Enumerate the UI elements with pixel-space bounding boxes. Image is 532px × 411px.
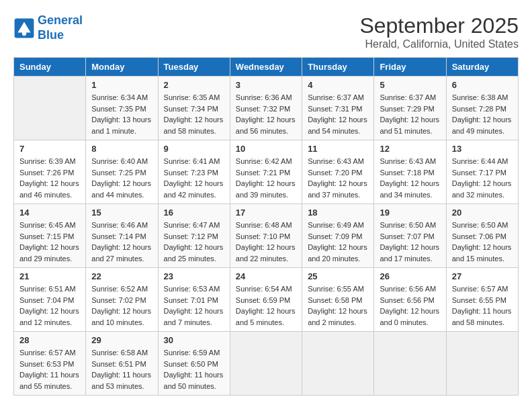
- day-info-line: Sunrise: 6:50 AM: [380, 221, 436, 229]
- calendar-cell: 2Sunrise: 6:35 AMSunset: 7:34 PMDaylight…: [158, 77, 230, 140]
- day-info-line: Sunrise: 6:36 AM: [236, 93, 292, 101]
- calendar-cell: 26Sunrise: 6:56 AMSunset: 6:56 PMDayligh…: [374, 268, 446, 332]
- day-number: 10: [236, 144, 296, 154]
- day-info-line: Daylight: 12 hours: [164, 179, 224, 187]
- day-info-line: Sunset: 7:23 PM: [164, 169, 218, 177]
- day-info-line: Sunset: 7:06 PM: [452, 232, 506, 240]
- day-info-line: Sunrise: 6:39 AM: [19, 157, 76, 165]
- calendar-cell: 10Sunrise: 6:42 AMSunset: 7:21 PMDayligh…: [230, 140, 302, 204]
- day-info-line: Sunrise: 6:58 AM: [91, 349, 148, 357]
- day-info-line: and 37 minutes.: [308, 191, 360, 199]
- day-info-line: Sunrise: 6:46 AM: [91, 221, 148, 229]
- day-info-line: Sunrise: 6:43 AM: [308, 157, 364, 165]
- week-row-3: 14Sunrise: 6:45 AMSunset: 7:15 PMDayligh…: [14, 204, 519, 268]
- day-info-line: Daylight: 12 hours: [236, 307, 296, 315]
- week-row-1: 1Sunrise: 6:34 AMSunset: 7:35 PMDaylight…: [14, 77, 519, 140]
- day-info-line: Sunrise: 6:54 AM: [236, 285, 292, 293]
- day-header-monday: Monday: [86, 58, 158, 77]
- day-number: 20: [452, 208, 513, 218]
- calendar-cell: 14Sunrise: 6:45 AMSunset: 7:15 PMDayligh…: [14, 204, 86, 268]
- day-info: Sunrise: 6:55 AMSunset: 6:58 PMDaylight:…: [308, 283, 368, 328]
- day-info: Sunrise: 6:47 AMSunset: 7:12 PMDaylight:…: [164, 220, 224, 264]
- day-info-line: Sunrise: 6:37 AM: [380, 93, 436, 101]
- day-info: Sunrise: 6:35 AMSunset: 7:34 PMDaylight:…: [164, 92, 224, 136]
- day-number: 21: [19, 271, 80, 281]
- day-info-line: Sunset: 6:59 PM: [236, 296, 290, 304]
- calendar-cell: [446, 332, 518, 396]
- day-info: Sunrise: 6:46 AMSunset: 7:14 PMDaylight:…: [91, 220, 152, 264]
- day-number: 2: [164, 80, 224, 90]
- day-number: 11: [308, 144, 368, 154]
- day-info-line: Sunset: 7:02 PM: [91, 296, 146, 304]
- day-info-line: and 2 minutes.: [308, 318, 356, 326]
- day-info-line: Daylight: 12 hours: [164, 116, 224, 124]
- day-info-line: Sunset: 7:07 PM: [380, 232, 434, 240]
- day-info-line: Sunrise: 6:41 AM: [164, 157, 220, 165]
- day-info-line: Sunset: 7:21 PM: [236, 169, 290, 177]
- day-info: Sunrise: 6:39 AMSunset: 7:26 PMDaylight:…: [19, 156, 80, 200]
- day-info: Sunrise: 6:44 AMSunset: 7:17 PMDaylight:…: [452, 156, 513, 200]
- calendar-cell: 15Sunrise: 6:46 AMSunset: 7:14 PMDayligh…: [86, 204, 158, 268]
- day-number: 29: [91, 335, 152, 345]
- day-info-line: Daylight: 12 hours: [19, 307, 79, 315]
- day-info: Sunrise: 6:37 AMSunset: 7:29 PMDaylight:…: [380, 92, 440, 136]
- day-info-line: Daylight: 12 hours: [380, 243, 439, 251]
- day-info-line: Sunrise: 6:44 AM: [452, 157, 508, 165]
- day-info-line: Daylight: 11 hours: [164, 371, 224, 379]
- day-info-line: and 22 minutes.: [236, 255, 288, 263]
- day-info-line: Sunset: 7:26 PM: [19, 169, 74, 177]
- day-number: 17: [236, 208, 296, 218]
- day-info-line: Daylight: 11 hours: [452, 307, 512, 315]
- day-header-wednesday: Wednesday: [230, 58, 302, 77]
- day-info-line: Sunrise: 6:38 AM: [452, 93, 508, 101]
- day-info: Sunrise: 6:43 AMSunset: 7:18 PMDaylight:…: [380, 156, 440, 200]
- day-info-line: Daylight: 12 hours: [308, 116, 367, 124]
- day-info-line: and 53 minutes.: [91, 382, 144, 390]
- day-number: 22: [91, 271, 152, 281]
- calendar-cell: [374, 332, 446, 396]
- calendar-cell: 1Sunrise: 6:34 AMSunset: 7:35 PMDaylight…: [86, 77, 158, 140]
- logo-line2: Blue: [38, 28, 64, 42]
- day-info-line: Sunset: 6:51 PM: [91, 360, 146, 368]
- day-info-line: Daylight: 12 hours: [91, 243, 151, 251]
- day-info-line: Sunset: 7:20 PM: [308, 169, 362, 177]
- day-info-line: and 5 minutes.: [236, 318, 284, 326]
- day-info: Sunrise: 6:42 AMSunset: 7:21 PMDaylight:…: [236, 156, 296, 200]
- calendar-cell: 6Sunrise: 6:38 AMSunset: 7:28 PMDaylight…: [446, 77, 518, 140]
- day-info-line: Sunset: 7:14 PM: [91, 232, 146, 240]
- day-number: 28: [19, 335, 80, 345]
- day-number: 24: [236, 271, 296, 281]
- day-info-line: Sunset: 7:09 PM: [308, 232, 362, 240]
- day-number: 15: [91, 208, 152, 218]
- day-number: 3: [236, 80, 296, 90]
- day-number: 25: [308, 271, 368, 281]
- month-year-title: September 2025: [359, 13, 519, 38]
- day-info-line: and 42 minutes.: [164, 191, 216, 199]
- page-header: General Blue September 2025 Herald, Cali…: [13, 13, 519, 50]
- day-number: 26: [380, 271, 440, 281]
- day-number: 4: [308, 80, 368, 90]
- day-header-tuesday: Tuesday: [158, 58, 230, 77]
- day-info-line: Sunset: 7:35 PM: [91, 105, 146, 113]
- day-info-line: Sunrise: 6:53 AM: [164, 285, 220, 293]
- day-number: 6: [452, 80, 513, 90]
- day-info-line: and 32 minutes.: [452, 191, 504, 199]
- day-number: 27: [452, 271, 513, 281]
- day-info-line: Sunset: 7:04 PM: [19, 296, 74, 304]
- day-info-line: Daylight: 12 hours: [452, 243, 512, 251]
- calendar-cell: 21Sunrise: 6:51 AMSunset: 7:04 PMDayligh…: [14, 268, 86, 332]
- calendar-cell: [14, 77, 86, 140]
- day-info-line: Sunset: 7:17 PM: [452, 169, 506, 177]
- logo: General Blue: [13, 13, 83, 42]
- day-info-line: and 27 minutes.: [91, 255, 144, 263]
- day-info-line: Sunrise: 6:59 AM: [164, 349, 220, 357]
- calendar-header-row: SundayMondayTuesdayWednesdayThursdayFrid…: [14, 58, 519, 77]
- day-info-line: Daylight: 12 hours: [164, 243, 224, 251]
- day-info-line: and 51 minutes.: [380, 127, 432, 135]
- day-info: Sunrise: 6:38 AMSunset: 7:28 PMDaylight:…: [452, 92, 513, 136]
- day-info-line: Sunrise: 6:49 AM: [308, 221, 364, 229]
- day-info: Sunrise: 6:57 AMSunset: 6:55 PMDaylight:…: [452, 283, 513, 328]
- day-info-line: and 25 minutes.: [164, 255, 216, 263]
- day-info-line: Daylight: 12 hours: [91, 307, 151, 315]
- day-info-line: Sunset: 7:01 PM: [164, 296, 218, 304]
